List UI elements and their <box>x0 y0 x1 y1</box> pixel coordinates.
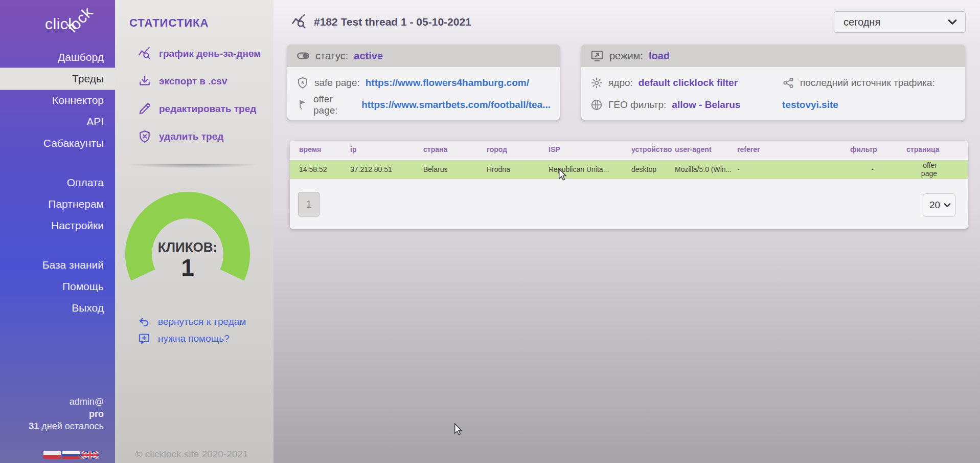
account-info: admin@ pro 31дней осталось <box>29 395 104 432</box>
cell-referer: - <box>737 159 850 179</box>
poland-flag[interactable] <box>43 451 61 459</box>
offer-page-link[interactable]: https://www.smartbets.com/football/tea..… <box>361 99 551 111</box>
main-content: #182 Test thread 1 - 05-10-2021 сегодня … <box>274 0 980 463</box>
geo-filter-value: allow - Belarus <box>672 99 740 111</box>
page-title: #182 Test thread 1 - 05-10-2021 <box>314 16 471 28</box>
offer-page-row: offer page: https://www.smartbets.com/fo… <box>297 94 551 116</box>
table-header-row: время ip страна город ISP устройство use… <box>290 141 968 159</box>
stats-panel: СТАТИСТИКА график день-за-днем экспорт в… <box>115 0 274 463</box>
table-row[interactable]: 14:58:52 37.212.80.51 Belarus Hrodna Rep… <box>290 159 968 179</box>
share-icon <box>782 77 794 89</box>
col-referer[interactable]: referer <box>737 141 850 159</box>
cell-time: 14:58:52 <box>290 159 350 179</box>
link-label: вернуться к тредам <box>158 316 246 327</box>
gear-icon <box>590 77 603 89</box>
mode-card: режим: load ядро: default clicklock filt… <box>581 45 965 120</box>
period-select[interactable]: сегодня <box>834 11 966 33</box>
stats-title: СТАТИСТИКА <box>129 16 209 30</box>
link-label: нужна помощь? <box>158 333 230 344</box>
core-label: ядро: <box>608 77 633 89</box>
stats-links: вернуться к тредам нужна помощь? <box>138 313 268 347</box>
gauge-value: 1 <box>115 254 260 281</box>
sidebar: click lock Дашборд Треды Коннектор API С… <box>0 0 115 463</box>
traffic-source-label: последний источник трафика: <box>800 77 935 89</box>
chart-search-icon <box>138 47 151 60</box>
back-to-threads-link[interactable]: вернуться к тредам <box>138 313 268 330</box>
sidebar-item-connector[interactable]: Коннектор <box>0 90 115 111</box>
sidebar-item-dashboard[interactable]: Дашборд <box>0 47 115 68</box>
cell-device: desktop <box>631 159 675 179</box>
clicklock-app: click lock Дашборд Треды Коннектор API С… <box>0 0 980 463</box>
page-1-button[interactable]: 1 <box>298 192 320 216</box>
status-label: статус: <box>315 50 348 62</box>
menu-item-daily-chart[interactable]: график день-за-днем <box>138 40 266 68</box>
safe-page-link[interactable]: https://www.flowers4hamburg.com/ <box>366 77 529 89</box>
traffic-source-row: последний источник трафика: <box>782 72 956 94</box>
cell-ip: 37.212.80.51 <box>350 159 423 179</box>
shield-x-icon <box>138 130 151 143</box>
core-row: ядро: default clicklock filter <box>590 72 782 94</box>
sidebar-item-partners[interactable]: Партнерам <box>0 193 115 215</box>
mouse-cursor <box>453 423 463 435</box>
account-email: admin@ <box>29 395 104 408</box>
sidebar-item-threads[interactable]: Треды <box>0 68 115 90</box>
geo-filter-label: ГЕО фильтр: <box>608 99 666 111</box>
geo-filter-row: ГЕО фильтр: allow - Belarus <box>590 94 782 116</box>
screen-share-icon <box>590 49 604 62</box>
col-ip[interactable]: ip <box>350 141 423 159</box>
mode-value: load <box>649 50 670 62</box>
need-help-link[interactable]: нужна помощь? <box>138 330 268 347</box>
shield-star-icon <box>297 77 309 89</box>
cell-country: Belarus <box>423 159 487 179</box>
menu-item-edit-thread[interactable]: редактировать тред <box>138 95 266 123</box>
menu-item-label: удалить тред <box>159 131 223 142</box>
visits-table-card: время ip страна город ISP устройство use… <box>290 141 968 229</box>
page-size-select[interactable]: 20 <box>923 193 955 217</box>
pencil-icon <box>138 102 151 116</box>
message-plus-icon <box>138 333 150 345</box>
chevron-down-icon <box>948 19 957 25</box>
menu-item-delete-thread[interactable]: удалить тред <box>138 123 266 150</box>
toggle-icon <box>297 49 310 62</box>
col-user-agent[interactable]: user-agent <box>675 141 737 159</box>
sidebar-item-knowledge-base[interactable]: База знаний <box>0 254 115 276</box>
chart-search-icon <box>291 14 307 30</box>
flag-icon <box>297 99 308 111</box>
sidebar-item-subaccounts[interactable]: Сабакаунты <box>0 133 115 154</box>
core-value: default clicklock filter <box>639 77 738 89</box>
sidebar-item-api[interactable]: API <box>0 111 115 133</box>
mode-card-header: режим: load <box>581 45 965 67</box>
col-country[interactable]: страна <box>423 141 487 159</box>
col-time[interactable]: время <box>290 141 350 159</box>
export-csv-icon <box>138 75 151 88</box>
sidebar-item-logout[interactable]: Выход <box>0 297 115 319</box>
sidebar-item-help[interactable]: Помощь <box>0 276 115 297</box>
safe-page-row: safe page: https://www.flowers4hamburg.c… <box>297 72 551 94</box>
page-size-value: 20 <box>929 200 941 211</box>
menu-item-label: экспорт в .csv <box>159 76 227 87</box>
menu-item-label: редактировать тред <box>159 103 256 115</box>
menu-item-export-csv[interactable]: экспорт в .csv <box>138 68 266 95</box>
mode-label: режим: <box>609 50 643 62</box>
col-device[interactable]: устройство <box>631 141 675 159</box>
col-filter[interactable]: фильтр <box>850 141 906 159</box>
clicklock-logo[interactable]: click lock <box>45 15 76 37</box>
col-isp[interactable]: ISP <box>549 141 631 159</box>
sidebar-item-payment[interactable]: Оплата <box>0 172 115 193</box>
cell-filter: - <box>850 159 906 179</box>
sidebar-item-settings[interactable]: Настройки <box>0 215 115 236</box>
russia-flag[interactable] <box>62 451 80 459</box>
globe-icon <box>590 99 603 111</box>
sidebar-nav: Дашборд Треды Коннектор API Сабакаунты О… <box>0 47 115 319</box>
uk-flag[interactable] <box>81 451 99 459</box>
col-page[interactable]: страница <box>906 141 968 159</box>
col-city[interactable]: город <box>487 141 549 159</box>
traffic-source-link[interactable]: testovyi.site <box>782 94 956 116</box>
visits-table: время ip страна город ISP устройство use… <box>290 141 968 179</box>
gauge-label: КЛИКОВ: <box>115 239 260 255</box>
cell-page: offer page <box>906 159 968 179</box>
account-days-left: 31дней осталось <box>29 420 104 432</box>
safe-page-label: safe page: <box>314 77 360 89</box>
mouse-cursor <box>557 168 567 181</box>
language-switcher <box>43 451 99 459</box>
